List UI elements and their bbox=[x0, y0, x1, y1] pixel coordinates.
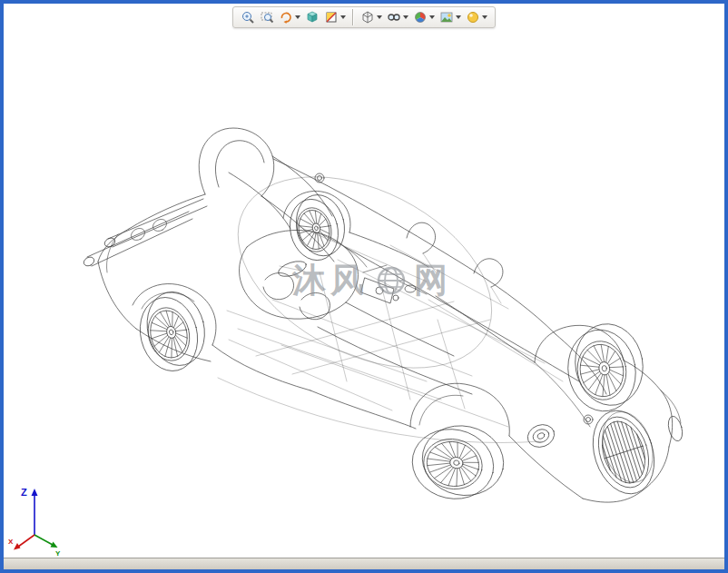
triad-x-label: X bbox=[8, 538, 14, 546]
hide-show-items-dropdown-caret bbox=[403, 15, 408, 19]
edit-appearance-button[interactable] bbox=[411, 9, 437, 25]
zoom-in-out-button[interactable] bbox=[239, 9, 257, 25]
apply-scene-dropdown-caret bbox=[456, 15, 461, 19]
rotate-view-icon bbox=[279, 10, 293, 25]
rotate-view-button[interactable] bbox=[277, 9, 302, 25]
zoom-to-area-icon bbox=[260, 10, 274, 25]
apply-scene-icon bbox=[439, 10, 454, 25]
apply-scene-button[interactable] bbox=[438, 9, 463, 25]
rotate-view-dropdown-caret bbox=[295, 15, 300, 19]
triad-z-label: Z bbox=[21, 487, 27, 498]
zoom-in-out-icon bbox=[241, 10, 255, 25]
triad-y-label: Y bbox=[55, 549, 61, 557]
view-settings-button[interactable] bbox=[464, 9, 489, 25]
section-view-dropdown-caret bbox=[340, 15, 346, 19]
edit-appearance-icon bbox=[413, 10, 428, 25]
car-wireframe bbox=[4, 4, 724, 558]
toolbar-separator bbox=[352, 9, 354, 25]
view-settings-icon bbox=[466, 10, 480, 25]
view-settings-dropdown-caret bbox=[482, 15, 487, 19]
status-bar bbox=[4, 558, 724, 569]
heads-up-view-toolbar bbox=[232, 6, 496, 28]
solidworks-window: { "toolbar": { "items": [ {"name": "zoom… bbox=[0, 0, 728, 573]
display-style-icon bbox=[360, 10, 375, 25]
display-style-dropdown-caret bbox=[377, 15, 382, 19]
section-view-icon bbox=[324, 10, 339, 25]
section-view-button[interactable] bbox=[322, 9, 348, 25]
pan-button[interactable] bbox=[303, 9, 321, 25]
display-style-button[interactable] bbox=[359, 9, 384, 25]
hide-show-items-button[interactable] bbox=[385, 9, 410, 25]
zoom-to-area-button[interactable] bbox=[258, 9, 276, 25]
orientation-triad: Z X Y bbox=[7, 482, 64, 557]
pan-cube-icon bbox=[305, 10, 320, 25]
graphics-viewport[interactable]: 沐风 网 Z X Y bbox=[4, 4, 724, 558]
hide-show-items-icon bbox=[387, 10, 401, 25]
edit-appearance-dropdown-caret bbox=[429, 15, 435, 19]
